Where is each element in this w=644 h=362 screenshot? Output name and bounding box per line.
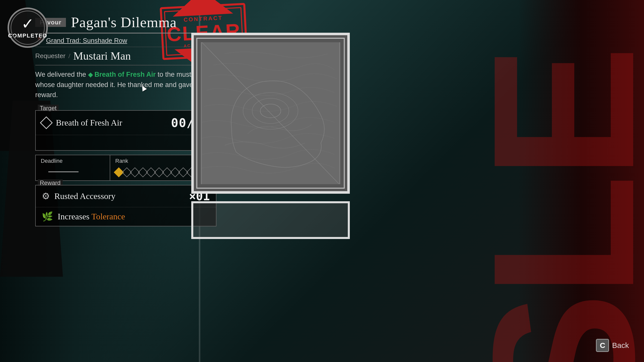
tolerance-plain: Increases <box>58 212 91 221</box>
background-right: ISLE <box>518 0 644 362</box>
reward-item-name: Rusted Accessory <box>54 191 189 201</box>
target-item-name: Breath of Fresh Air <box>56 118 171 128</box>
target-row: Breath of Fresh Air 00/01 <box>36 111 216 135</box>
map-topography <box>201 42 340 184</box>
deadline-rank-section: Deadline Rank <box>35 155 216 181</box>
back-button[interactable]: C Back <box>596 339 629 352</box>
deadline-rank-row: Deadline Rank <box>36 155 216 180</box>
quest-title: Pagan's Dilemma <box>71 14 177 31</box>
tolerance-highlight: Tolerance <box>91 212 125 221</box>
requester-divider: / <box>68 52 70 60</box>
deadline-section: Deadline <box>36 155 110 180</box>
map-panel <box>191 33 350 194</box>
deadline-label: Deadline <box>41 158 105 164</box>
map-content <box>201 42 340 184</box>
completed-text: Completed <box>8 32 47 39</box>
quest-requester: Requester / Mustari Man <box>35 50 216 65</box>
reward-item-row: ⚙ Rusted Accessory ×01 <box>36 185 216 207</box>
requester-label: Requester <box>35 52 65 60</box>
target-section: Target Breath of Fresh Air 00/01 <box>35 110 216 151</box>
reward-box: ⚙ Rusted Accessory ×01 🌿 Increases Toler… <box>35 185 216 226</box>
map-bottom-panel <box>191 201 350 239</box>
description-plain: We delivered the <box>35 71 88 78</box>
target-empty-area <box>36 135 216 150</box>
background-right-text: ISLE <box>483 50 644 362</box>
description-item: ◆ Breath of Fresh Air <box>88 71 156 78</box>
quest-panel: Favour Pagan's Dilemma 📍 Grand Trad: Sun… <box>35 14 216 226</box>
target-diamond-icon <box>40 116 53 129</box>
reward-tolerance-row: 🌿 Increases Tolerance <box>36 207 216 226</box>
quest-location: 📍 Grand Trad: Sunshade Row <box>35 36 216 47</box>
key-c-icon: C <box>596 339 609 352</box>
map-border-outer <box>191 33 350 194</box>
quest-title-bar: Favour Pagan's Dilemma <box>35 14 216 33</box>
reward-item-icon: ⚙ <box>42 191 50 202</box>
deadline-indicator <box>48 171 79 172</box>
location-text: Grand Trad: Sunshade Row <box>46 37 127 45</box>
requester-name: Mustari Man <box>73 50 131 62</box>
map-border-inner <box>196 38 345 189</box>
reward-section: Reward ⚙ Rusted Accessory ×01 🌿 Increase… <box>35 185 216 226</box>
target-box: Breath of Fresh Air 00/01 <box>35 110 216 151</box>
back-label: Back <box>612 341 629 350</box>
quest-description: We delivered the ◆ Breath of Fresh Air t… <box>35 69 216 100</box>
tolerance-text: Increases Tolerance <box>58 212 125 221</box>
completed-badge: ✓ Completed <box>8 8 53 53</box>
checkmark-icon: ✓ <box>21 16 34 31</box>
tolerance-icon: 🌿 <box>42 211 53 222</box>
